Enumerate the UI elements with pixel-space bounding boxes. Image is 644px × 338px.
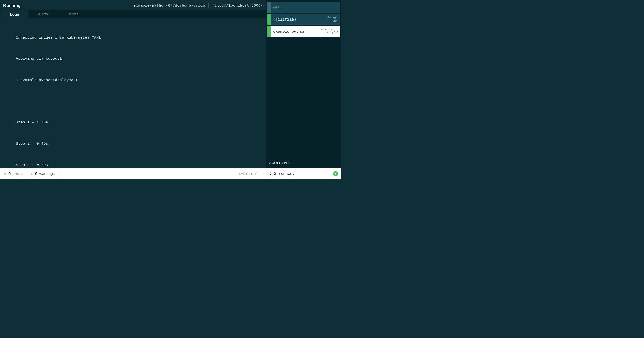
resource-item-tiltfile[interactable]: (Tiltfile) <1m ago 0.0s xyxy=(268,14,340,25)
tab-logs[interactable]: Logs xyxy=(0,10,29,18)
health-icon xyxy=(333,171,338,176)
tab-facets[interactable]: Facets xyxy=(57,10,88,18)
log-line: Step 2 - 0.49s xyxy=(4,140,262,147)
status-indicator xyxy=(268,2,270,13)
resource-name: (Tiltfile) xyxy=(273,17,296,22)
endpoint-link[interactable]: http://localhost:8000/ xyxy=(212,3,263,8)
log-blank xyxy=(4,98,262,105)
header-divider xyxy=(208,3,209,8)
errors-segment[interactable]: ✖ 0 errors xyxy=(0,168,26,179)
resource-name: ALL xyxy=(273,5,280,9)
last-edit: LAST EDIT: — xyxy=(239,172,266,175)
warnings-count: 0 xyxy=(35,171,38,176)
resource-item-all[interactable]: ALL xyxy=(268,2,340,13)
collapse-button[interactable]: ›› COLLAPSE xyxy=(268,159,340,167)
errors-count: 0 xyxy=(8,171,11,176)
pod-name: example-python-677dc7bc4b-drx8m xyxy=(133,3,205,8)
chevron-right-icon: ›› xyxy=(269,161,270,165)
resource-meta: <1m ago 0.0s xyxy=(326,16,338,23)
resource-item-example-python[interactable]: example-python <1m ago 2.5s xyxy=(268,26,340,37)
log-pane[interactable]: Injecting images into Kubernetes YAML Ap… xyxy=(0,18,266,168)
last-edit-value: — xyxy=(260,172,263,175)
refresh-icon[interactable] xyxy=(334,30,338,33)
warnings-segment[interactable]: ▲ 0 warnings xyxy=(26,168,58,179)
running-status: 2/2 running xyxy=(266,168,341,179)
running-label: 2/2 running xyxy=(270,171,295,176)
log-line: Step 3 - 0.29s xyxy=(4,162,262,168)
collapse-label: COLLAPSE xyxy=(272,161,291,165)
header-row: Running example-python-677dc7bc4b-drx8m … xyxy=(0,0,266,10)
left-pane: Running example-python-677dc7bc4b-drx8m … xyxy=(0,0,266,168)
warnings-label: warnings xyxy=(39,171,54,176)
resource-sidebar: ALL (Tiltfile) <1m ago 0.0s example-pyth… xyxy=(266,0,341,168)
tabs: Logs Alerts Facets xyxy=(0,10,266,18)
main-area: Running example-python-677dc7bc4b-drx8m … xyxy=(0,0,341,168)
log-line: Step 1 - 1.76s xyxy=(4,119,262,126)
warning-icon: ▲ xyxy=(30,172,34,175)
status-title: Running xyxy=(3,3,20,8)
error-icon: ✖ xyxy=(4,172,6,176)
status-indicator xyxy=(268,26,270,37)
log-line: Applying via kubectl: xyxy=(4,55,262,62)
header-info: example-python-677dc7bc4b-drx8m http://l… xyxy=(133,3,263,8)
tab-alerts[interactable]: Alerts xyxy=(29,10,57,18)
log-line: → example-python:deployment xyxy=(4,77,262,84)
resource-meta: <1m ago 2.5s xyxy=(321,28,338,35)
statusbar: ✖ 0 errors ▲ 0 warnings LAST EDIT: — 2/2… xyxy=(0,168,341,179)
last-edit-label: LAST EDIT: xyxy=(239,172,258,175)
resource-name: example-python xyxy=(273,29,306,34)
errors-label: errors xyxy=(13,171,22,176)
log-line: Injecting images into Kubernetes YAML xyxy=(4,34,262,41)
status-indicator xyxy=(268,14,270,25)
